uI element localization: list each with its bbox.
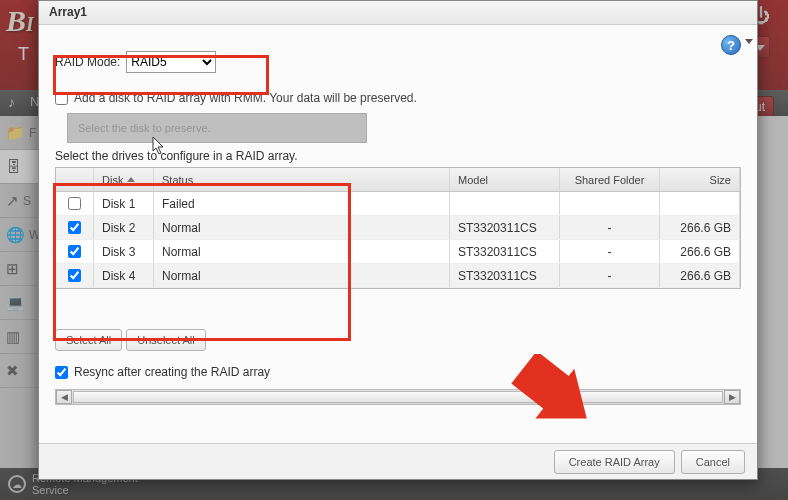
table-row[interactable]: Disk 3NormalST3320311CS-266.6 GB — [56, 240, 740, 264]
cell-disk: Disk 1 — [94, 192, 154, 215]
cell-shared: - — [560, 264, 660, 287]
cursor-icon — [152, 136, 166, 156]
table-row[interactable]: Disk 4NormalST3320311CS-266.6 GB — [56, 264, 740, 288]
cell-disk: Disk 4 — [94, 264, 154, 287]
cell-size: 266.6 GB — [660, 240, 740, 263]
sidebar-item[interactable]: ⊞ — [0, 252, 38, 286]
cell-shared: - — [560, 240, 660, 263]
row-checkbox[interactable] — [68, 221, 81, 234]
resync-checkbox[interactable] — [55, 366, 68, 379]
row-checkbox[interactable] — [68, 197, 81, 210]
sidebar-item[interactable]: ↗S — [0, 184, 38, 218]
cell-model: ST3320311CS — [450, 240, 560, 263]
preserve-disk-placeholder: Select the disk to preserve. — [78, 122, 211, 134]
cell-model: ST3320311CS — [450, 216, 560, 239]
create-raid-button[interactable]: Create RAID Array — [554, 450, 675, 474]
horizontal-scrollbar[interactable]: ◀ ▶ — [55, 389, 741, 405]
sidebar-item[interactable]: 💻 — [0, 286, 38, 320]
cancel-button[interactable]: Cancel — [681, 450, 745, 474]
music-icon: ♪ — [8, 94, 15, 110]
dialog-footer: Create RAID Array Cancel — [39, 443, 757, 479]
bg-logo: BI — [6, 6, 34, 36]
add-disk-label: Add a disk to RAID array with RMM. Your … — [74, 91, 417, 105]
cell-shared — [560, 192, 660, 215]
table-header: Disk Status Model Shared Folder Size — [56, 168, 740, 192]
table-row[interactable]: Disk 2NormalST3320311CS-266.6 GB — [56, 216, 740, 240]
cell-disk: Disk 3 — [94, 240, 154, 263]
sidebar-item[interactable]: 📁F — [0, 116, 38, 150]
col-shared[interactable]: Shared Folder — [560, 168, 660, 191]
raid-dialog: Array1 ? RAID Mode: RAID5 Add a disk to … — [38, 0, 758, 480]
drives-table: Disk Status Model Shared Folder Size Dis… — [55, 167, 741, 289]
help-icon[interactable]: ? — [721, 35, 741, 55]
table-row[interactable]: Disk 1Failed — [56, 192, 740, 216]
scroll-left-button[interactable]: ◀ — [56, 390, 72, 404]
raid-mode-label: RAID Mode: — [55, 55, 120, 69]
cell-model — [450, 192, 560, 215]
sidebar-item[interactable]: ▥ — [0, 320, 38, 354]
select-all-button[interactable]: Select All — [55, 329, 122, 351]
cell-size: 266.6 GB — [660, 216, 740, 239]
cell-status: Normal — [154, 240, 450, 263]
sidebar-item[interactable]: 🌐W — [0, 218, 38, 252]
cell-status: Normal — [154, 216, 450, 239]
cell-model: ST3320311CS — [450, 264, 560, 287]
cell-disk: Disk 2 — [94, 216, 154, 239]
sort-asc-icon — [127, 177, 135, 182]
row-checkbox[interactable] — [68, 269, 81, 282]
help-dropdown-icon[interactable] — [745, 39, 753, 44]
preserve-disk-select-disabled: Select the disk to preserve. — [67, 113, 367, 143]
row-checkbox[interactable] — [68, 245, 81, 258]
col-disk[interactable]: Disk — [94, 168, 154, 191]
col-model[interactable]: Model — [450, 168, 560, 191]
bg-sub: T — [18, 44, 29, 65]
raid-mode-select[interactable]: RAID5 — [126, 51, 216, 73]
cell-size: 266.6 GB — [660, 264, 740, 287]
scroll-right-button[interactable]: ▶ — [724, 390, 740, 404]
col-size[interactable]: Size — [660, 168, 740, 191]
resync-label: Resync after creating the RAID array — [74, 365, 270, 379]
sidebar-item[interactable]: 🗄 — [0, 150, 38, 184]
cell-shared: - — [560, 216, 660, 239]
add-disk-checkbox[interactable] — [55, 92, 68, 105]
col-status[interactable]: Status — [154, 168, 450, 191]
unselect-all-button[interactable]: Unselect All — [126, 329, 205, 351]
cell-status: Normal — [154, 264, 450, 287]
sidebar-item[interactable]: ✖ — [0, 354, 38, 388]
scroll-thumb[interactable] — [73, 391, 723, 403]
bg-sidebar: 📁F 🗄 ↗S 🌐W ⊞ 💻 ▥ ✖ — [0, 116, 38, 468]
rms-icon: ☁ — [8, 475, 26, 493]
cell-size — [660, 192, 740, 215]
col-checkbox — [56, 168, 94, 191]
dialog-title: Array1 — [39, 1, 757, 25]
cell-status: Failed — [154, 192, 450, 215]
